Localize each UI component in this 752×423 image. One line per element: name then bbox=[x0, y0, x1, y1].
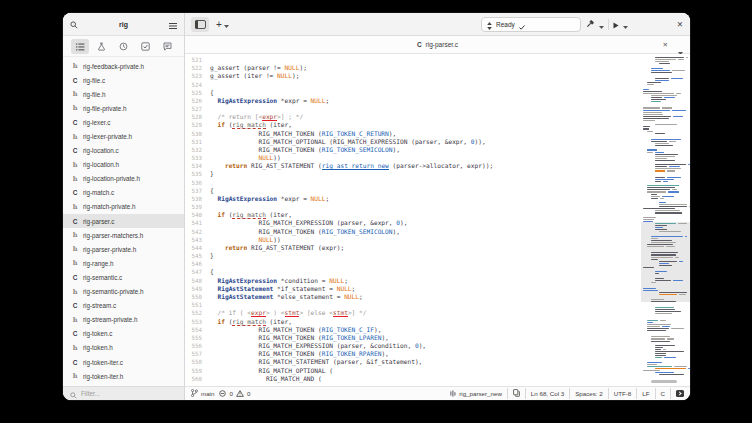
code-line[interactable]: /* if ( <expr> ) <stmt> [else <stmt>] */ bbox=[210, 309, 641, 317]
run-button[interactable] bbox=[613, 17, 619, 32]
minimap-line bbox=[675, 257, 680, 258]
code-line[interactable]: NULL)) bbox=[210, 154, 641, 162]
tab-tests[interactable] bbox=[93, 39, 111, 54]
minimap-line bbox=[647, 322, 653, 323]
code-line[interactable]: } bbox=[210, 170, 641, 178]
code-line[interactable]: NULL)) bbox=[210, 236, 641, 244]
tab-comments[interactable] bbox=[158, 39, 176, 54]
file-item[interactable]: hrig-parser-matchers.h bbox=[63, 228, 184, 242]
code-line[interactable] bbox=[210, 179, 641, 187]
file-item[interactable]: Crig-file.c bbox=[63, 73, 184, 87]
file-item[interactable]: hrig-file-private.h bbox=[63, 101, 184, 115]
code-line[interactable]: if (rig_match (iter, bbox=[210, 121, 641, 129]
code-line[interactable]: RigAstExpression *expr = NULL; bbox=[210, 97, 641, 105]
file-item[interactable]: hrig-stream-private.h bbox=[63, 313, 184, 327]
file-item[interactable]: Crig-match.c bbox=[63, 186, 184, 200]
current-symbol[interactable]: rig_parser_new bbox=[450, 390, 502, 398]
code-line[interactable]: RIG_MATCH_TOKEN (RIG_TOKEN_LPAREN), bbox=[210, 334, 641, 342]
file-item[interactable]: Crig-location.c bbox=[63, 144, 184, 158]
code-line[interactable]: RIG_MATCH_EXPRESSION (parser, &condition… bbox=[210, 342, 641, 350]
file-item[interactable]: hrig-file.h bbox=[63, 87, 184, 101]
code-line[interactable]: return RIG_AST_STATEMENT (rig_ast_return… bbox=[210, 162, 641, 170]
minimap-line bbox=[651, 338, 665, 339]
horizontal-scrollbar[interactable] bbox=[651, 380, 677, 383]
encoding-setting[interactable]: UTF-8 bbox=[614, 390, 632, 397]
code-line[interactable]: if (rig_match (iter, bbox=[210, 211, 641, 219]
file-item[interactable]: Crig-token-iter.c bbox=[63, 355, 184, 369]
code-line[interactable]: if (rig_match (iter, bbox=[210, 318, 641, 326]
minimap[interactable] bbox=[641, 54, 690, 386]
run-options-caret[interactable] bbox=[623, 17, 628, 32]
cursor-position[interactable]: Ln 68, Col 3 bbox=[531, 390, 564, 397]
file-item[interactable]: hrig-location.h bbox=[63, 158, 184, 172]
build-options-caret[interactable] bbox=[599, 17, 604, 32]
new-document-button[interactable]: + bbox=[216, 17, 229, 32]
file-item[interactable]: hrig-match-private.h bbox=[63, 200, 184, 214]
file-type-icon: h bbox=[72, 62, 78, 70]
tab-close-button[interactable]: ✕ bbox=[663, 41, 668, 49]
code-line[interactable] bbox=[210, 203, 641, 211]
file-item[interactable]: hrig-lexer-private.h bbox=[63, 129, 184, 143]
code-line[interactable]: RIG_MATCH_AND ( bbox=[210, 375, 641, 383]
code-line[interactable]: RigAstExpression *condition = NULL; bbox=[210, 277, 641, 285]
code-line[interactable]: RigAstStatement *if_statement = NULL; bbox=[210, 285, 641, 293]
tab-project-tree[interactable] bbox=[71, 39, 89, 54]
code-line[interactable] bbox=[210, 81, 641, 89]
file-item[interactable]: Crig-lexer.c bbox=[63, 115, 184, 129]
code-line[interactable]: g_assert (parser != NULL); bbox=[210, 64, 641, 72]
tab-open-file[interactable]: rig-parser.c bbox=[426, 41, 459, 48]
code-line[interactable] bbox=[210, 260, 641, 268]
code-line[interactable] bbox=[210, 56, 641, 64]
file-item[interactable]: hrig-location-private.h bbox=[63, 172, 184, 186]
code-line[interactable]: RigAstStatement *else_statement = NULL; bbox=[210, 293, 641, 301]
window-close-button[interactable]: ✕ bbox=[677, 17, 683, 32]
minimap-line bbox=[643, 370, 660, 371]
terminal-toggle[interactable] bbox=[676, 390, 684, 397]
tab-todo[interactable] bbox=[136, 39, 154, 54]
tab-history[interactable] bbox=[115, 39, 133, 54]
code-line[interactable]: { bbox=[210, 268, 641, 276]
diagnostics-indicator[interactable]: 0 0 bbox=[219, 390, 250, 398]
file-item[interactable]: hrig-token-iter.h bbox=[63, 369, 184, 383]
code-view[interactable]: g_assert (parser != NULL);g_assert (iter… bbox=[206, 54, 641, 386]
code-line[interactable] bbox=[210, 105, 641, 113]
code-line[interactable]: RIG_MATCH_TOKEN (RIG_TOKEN_RPAREN), bbox=[210, 350, 641, 358]
code-line[interactable]: } bbox=[210, 252, 641, 260]
code-line[interactable]: RIG_MATCH_STATEMENT (parser, &if_stateme… bbox=[210, 358, 641, 366]
code-line[interactable]: RIG_MATCH_TOKEN (RIG_TOKEN_SEMICOLON), bbox=[210, 146, 641, 154]
file-item[interactable]: hrig-semantic-private.h bbox=[63, 285, 184, 299]
file-item[interactable]: hrig-parser-private.h bbox=[63, 242, 184, 256]
code-line[interactable]: RIG_MATCH_TOKEN (RIG_TOKEN_C_IF), bbox=[210, 326, 641, 334]
code-line[interactable]: RIG_MATCH_TOKEN (RIG_TOKEN_SEMICOLON), bbox=[210, 228, 641, 236]
search-button[interactable] bbox=[70, 17, 78, 32]
omnibar[interactable]: Ready bbox=[481, 17, 581, 32]
code-editor[interactable]: 5215225235245255265275285295305315325335… bbox=[185, 54, 690, 386]
code-line[interactable] bbox=[210, 301, 641, 309]
file-item[interactable]: hrig-token.h bbox=[63, 341, 184, 355]
code-line[interactable]: return RIG_AST_STATEMENT (expr); bbox=[210, 244, 641, 252]
toggle-sidebar-button[interactable] bbox=[191, 17, 209, 32]
code-line[interactable]: RigAstExpression *expr = NULL; bbox=[210, 195, 641, 203]
code-line[interactable]: RIG_MATCH_OPTIONAL (RIG_MATCH_EXPRESSION… bbox=[210, 138, 641, 146]
file-item[interactable]: Crig-semantic.c bbox=[63, 270, 184, 284]
file-item[interactable]: Crig-stream.c bbox=[63, 299, 184, 313]
code-line[interactable]: g_assert (iter != NULL); bbox=[210, 72, 641, 80]
filter-input[interactable]: Filter... bbox=[63, 386, 184, 400]
indentation-setting[interactable]: Spaces: 2 bbox=[575, 390, 603, 397]
code-line[interactable]: RIG_MATCH_EXPRESSION (parser, &expr, 0), bbox=[210, 219, 641, 227]
language-setting[interactable]: C bbox=[661, 390, 665, 397]
branch-indicator[interactable]: main bbox=[191, 389, 214, 398]
eol-setting[interactable]: LF bbox=[642, 390, 649, 397]
code-line[interactable]: RIG_MATCH_TOKEN (RIG_TOKEN_C_RETURN), bbox=[210, 130, 641, 138]
code-line[interactable]: { bbox=[210, 187, 641, 195]
file-item[interactable]: Crig-parser.c bbox=[63, 214, 184, 228]
file-item[interactable]: Crig-token.c bbox=[63, 327, 184, 341]
file-item[interactable]: hrig-feedback-private.h bbox=[63, 59, 184, 73]
code-line[interactable]: /* return [<expr>] ; */ bbox=[210, 113, 641, 121]
file-item[interactable]: hrig-range.h bbox=[63, 256, 184, 270]
menu-button[interactable] bbox=[169, 17, 177, 32]
code-line[interactable]: RIG_MATCH_OPTIONAL ( bbox=[210, 367, 641, 375]
code-line[interactable]: { bbox=[210, 89, 641, 97]
build-button[interactable] bbox=[585, 17, 595, 32]
copy-button[interactable] bbox=[513, 389, 520, 398]
